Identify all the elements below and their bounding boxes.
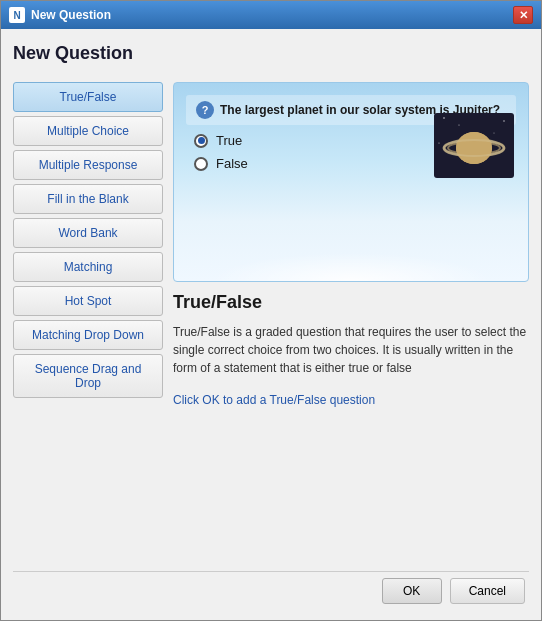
nav-multiple-response[interactable]: Multiple Response <box>13 150 163 180</box>
new-question-window: N New Question ✕ New Question True/False… <box>0 0 542 621</box>
question-icon: ? <box>196 101 214 119</box>
preview-area: ? The largest planet in our solar system… <box>173 82 529 282</box>
nav-multiple-choice[interactable]: Multiple Choice <box>13 116 163 146</box>
option-false-label: False <box>216 156 248 171</box>
cancel-button[interactable]: Cancel <box>450 578 525 604</box>
title-bar-text: New Question <box>31 8 111 22</box>
svg-point-5 <box>438 142 439 143</box>
nav-sequence-drag[interactable]: Sequence Drag and Drop <box>13 354 163 398</box>
window-heading: New Question <box>13 39 529 72</box>
svg-point-2 <box>458 124 459 125</box>
radio-true[interactable] <box>194 134 208 148</box>
nav-matching-dropdown[interactable]: Matching Drop Down <box>13 320 163 350</box>
planet-image <box>434 113 514 178</box>
svg-point-12 <box>456 132 492 164</box>
description-body: True/False is a graded question that req… <box>173 323 529 377</box>
option-true-label: True <box>216 133 242 148</box>
nav-hot-spot[interactable]: Hot Spot <box>13 286 163 316</box>
title-bar: N New Question ✕ <box>1 1 541 29</box>
nav-true-false[interactable]: True/False <box>13 82 163 112</box>
svg-point-1 <box>443 117 445 119</box>
radio-false[interactable] <box>194 157 208 171</box>
ok-button[interactable]: OK <box>382 578 442 604</box>
description-footer: Click OK to add a True/False question <box>173 393 529 407</box>
bottom-bar: OK Cancel <box>13 571 529 610</box>
title-bar-left: N New Question <box>9 7 111 23</box>
svg-point-4 <box>494 133 495 134</box>
description-area: True/False True/False is a graded questi… <box>173 292 529 561</box>
nav-word-bank[interactable]: Word Bank <box>13 218 163 248</box>
right-panel: ? The largest planet in our solar system… <box>173 82 529 561</box>
main-content: True/False Multiple Choice Multiple Resp… <box>13 82 529 561</box>
nav-matching[interactable]: Matching <box>13 252 163 282</box>
cloud-overlay <box>174 221 528 281</box>
close-button[interactable]: ✕ <box>513 6 533 24</box>
description-title: True/False <box>173 292 529 313</box>
planet-svg <box>434 113 514 178</box>
left-panel: True/False Multiple Choice Multiple Resp… <box>13 82 163 561</box>
window-body: New Question True/False Multiple Choice … <box>1 29 541 620</box>
svg-point-3 <box>503 120 504 121</box>
radio-true-fill <box>198 137 205 144</box>
window-icon: N <box>9 7 25 23</box>
nav-fill-blank[interactable]: Fill in the Blank <box>13 184 163 214</box>
